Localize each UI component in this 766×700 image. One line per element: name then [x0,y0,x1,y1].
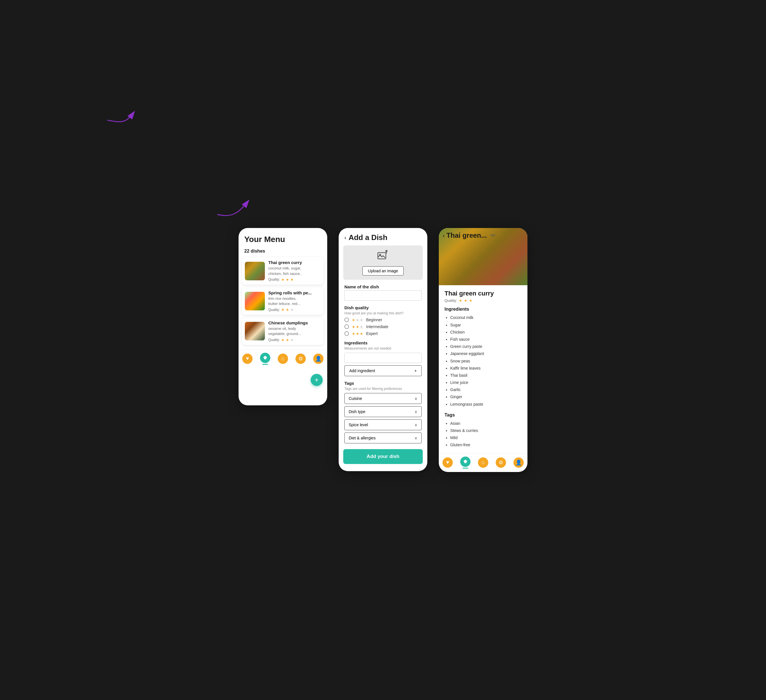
detail-chef-hat-icon [460,456,470,467]
nav-active-indicator [262,364,268,365]
dish-ingredients-2: thin rice noodles,butter lettuce, red... [268,296,321,306]
dropdown-diet[interactable]: Diet & allergies ∨ [344,432,422,443]
radio-intermediate[interactable] [344,325,349,329]
detail-nav-profile[interactable]: 👤 [513,458,524,468]
dropdown-dish-type[interactable]: Dish type ∨ [344,406,422,417]
dropdown-diet-label: Diet & allergies [349,436,375,440]
chef-hat-icon [260,353,270,363]
edit-icon[interactable]: ✏ [491,232,496,239]
quality-expert[interactable]: ★ ★ ★ Expert [344,331,422,336]
menu-header: Your Menu [239,228,327,246]
name-section: Name of the dish [339,280,427,301]
tag-stews: Stews & curries [450,427,522,434]
detail-nav-active [462,468,468,469]
nav-profile[interactable]: 👤 [313,353,323,364]
dropdown-spice[interactable]: Spice level ∨ [344,420,422,430]
dish-info-1: Thai green curry coconut milk, sugar,chi… [268,260,321,282]
ingredients-section-title: Ingredients [445,307,522,312]
dropdown-cuisine[interactable]: Cuisine ∨ [344,393,422,404]
ingredients-list: Coconut milk Sugar Chicken Fish sauce Gr… [445,314,522,408]
dish-quality-3: Quality: ★ ★ ★ [268,338,321,342]
detail-nav-title: Thai green... [446,231,487,239]
ingredient-3: Chicken [450,329,522,336]
quality-label: Dish quality [344,305,422,310]
star-b3: ★ [360,318,363,322]
dish-detail-content: Thai green curry Quality: ★ ★ ★ Ingredie… [439,285,527,453]
dish-count: 22 dishes [239,246,327,257]
back-button-detail[interactable]: ‹ [443,232,445,239]
add-dish-screen: ‹ Add a Dish Upload an image Name of the… [339,228,427,471]
add-dish-title: Add a Dish [349,233,388,242]
nav-favorites[interactable]: ♥ [242,353,253,364]
ingredients-label: Ingredients [344,340,422,345]
quality-intermediate[interactable]: ★ ★ ★ Intermediate [344,325,422,329]
nav-home[interactable]: ⌂ [278,353,288,364]
ingredient-2: Sugar [450,321,522,329]
radio-expert[interactable] [344,331,349,336]
detail-nav-menu[interactable] [460,456,470,469]
add-dish-submit-button[interactable]: Add your dish [343,449,423,464]
person-icon: 👤 [313,353,323,364]
tags-section: Tags Tags are used for filtering prefere… [339,376,427,443]
chevron-diet: ∨ [415,436,417,440]
star-e3: ★ [360,331,363,336]
dish-detail-name: Thai green curry [445,290,522,297]
radio-beginner[interactable] [344,318,349,322]
star-b1: ★ [352,318,355,322]
expert-label: Expert [366,331,378,336]
star-i2: ★ [356,325,359,329]
add-dish-nav: ‹ Add a Dish [339,228,427,245]
tag-mild: Mild [450,434,522,442]
tags-sublabel: Tags are used for filtering preferences [344,387,422,391]
detail-star-2: ★ [464,298,467,302]
star-i1: ★ [352,325,355,329]
nav-filters[interactable]: ⚙ [296,353,306,364]
dish-info-2: Spring rolls with pe... thin rice noodle… [268,290,321,312]
add-dish-fab[interactable]: + [311,374,323,386]
star-e2: ★ [356,331,359,336]
ingredient-4: Fish sauce [450,336,522,343]
detail-nav-home[interactable]: ⌂ [478,458,488,468]
detail-filter-icon: ⚙ [496,458,506,468]
chevron-spice: ∨ [415,423,417,427]
dish-name-input[interactable] [344,290,422,301]
dish-card-1[interactable]: Thai green curry coconut milk, sugar,chi… [242,257,324,284]
ingredient-input[interactable] [344,353,422,363]
detail-nav-favorites[interactable]: ♥ [443,458,453,468]
upload-button[interactable]: Upload an image [362,266,404,276]
star-1-1: ★ [281,277,285,282]
tags-label: Tags [344,381,422,386]
dish-detail-quality: Quality: ★ ★ ★ [445,298,522,302]
dropdown-spice-label: Spice level [349,423,368,427]
intermediate-label: Intermediate [366,325,388,329]
name-label: Name of the dish [344,284,422,289]
dish-ingredients-3: sesame oil, leafyvegetable, ground... [268,326,321,336]
expert-stars: ★ ★ ★ [352,331,363,336]
quality-label-2: Quality: [268,308,280,312]
ingredient-12: Ginger [450,393,522,401]
nav-menu[interactable] [260,353,270,365]
dish-card-3[interactable]: Chinese dumplings sesame oil, leafyveget… [242,318,324,345]
star-e1: ★ [352,331,355,336]
add-ingredient-label: Add ingredient [349,369,375,373]
menu-title: Your Menu [244,235,321,244]
quality-options: ★ ★ ★ Beginner ★ ★ ★ Intermediate [344,318,422,336]
quality-section: Dish quality How good are you at making … [339,301,427,336]
star-i3: ★ [360,325,363,329]
dish-ingredients-1: coconut milk, sugar,chicken, fish sauce.… [268,266,321,276]
tags-list: Asian Stews & curries Mild Gluten-free [445,420,522,449]
dish-card-2[interactable]: Spring rolls with pe... thin rice noodle… [242,288,324,315]
dish-quality-2: Quality: ★ ★ ★ [268,307,321,312]
upload-area[interactable]: Upload an image [343,245,423,280]
ingredients-section: Ingredients Measurements are not needed … [339,336,427,376]
tag-dropdowns: Cuisine ∨ Dish type ∨ Spice level ∨ Diet… [344,393,422,443]
back-button-add[interactable]: ‹ [344,234,347,241]
detail-star-1: ★ [459,298,462,302]
detail-person-icon: 👤 [513,458,524,468]
dish-image-2 [245,292,265,310]
dish-quality-1: Quality: ★ ★ ★ [268,277,321,282]
add-ingredient-button[interactable]: Add ingredient + [344,365,422,376]
detail-nav-filters[interactable]: ⚙ [496,458,506,468]
star-2-3: ★ [290,307,294,312]
quality-beginner[interactable]: ★ ★ ★ Beginner [344,318,422,322]
